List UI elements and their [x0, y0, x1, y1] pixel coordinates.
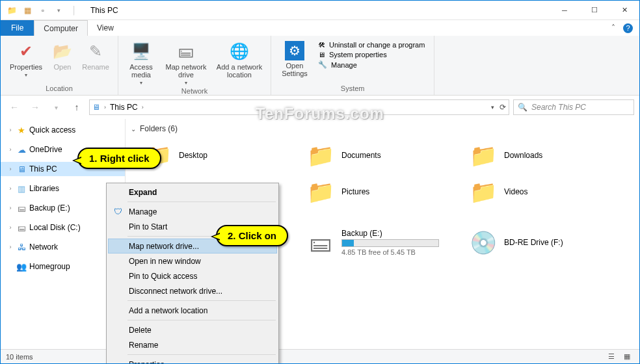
open-settings-button[interactable]: ⚙ Open Settings: [276, 38, 313, 77]
settings-icon: ⚙: [285, 41, 304, 60]
explorer-icon: 📁: [5, 3, 19, 18]
drive-icon: 🖴: [306, 228, 335, 257]
rename-icon: ✎: [85, 41, 106, 62]
this-pc-icon: 🖥: [92, 103, 100, 112]
status-item-count: 10 items: [6, 353, 33, 361]
collapse-ribbon-icon[interactable]: ˄: [611, 23, 615, 32]
folder-icon: 📁: [306, 141, 335, 170]
star-icon: ★: [16, 125, 27, 135]
close-button[interactable]: ✕: [609, 1, 639, 20]
search-placeholder: Search This PC: [531, 103, 586, 112]
onedrive-icon: ☁: [16, 144, 27, 155]
system-properties-icon: 🖥: [318, 51, 325, 58]
view-tab[interactable]: View: [88, 20, 123, 36]
ribbon: ✔ Properties ▾ 📂 Open ✎ Rename Location …: [1, 36, 639, 96]
callout-right-click: 1. Right click: [77, 148, 161, 169]
open-icon: 📂: [52, 41, 73, 62]
folder-icon: 📁: [469, 141, 498, 170]
separator: [127, 354, 276, 355]
folder-icon: 📁: [306, 177, 335, 206]
ctx-delete[interactable]: Delete: [108, 322, 277, 337]
properties-icon: ✔: [16, 41, 36, 62]
uninstall-program-button[interactable]: 🛠Uninstall or change a program: [318, 41, 425, 49]
forward-button[interactable]: →: [27, 99, 44, 116]
uninstall-icon: 🛠: [318, 41, 325, 49]
disc-icon: 💿: [469, 228, 498, 257]
open-button: 📂 Open: [47, 38, 77, 71]
folder-icon: 📁: [469, 177, 498, 206]
folder-tile-documents[interactable]: 📁Documents: [306, 138, 462, 172]
address-row: ← → ▾ ↑ 🖥 › This PC › ▾ ⟳ 🔍 Search This …: [1, 96, 639, 119]
ctx-add-network-location[interactable]: Add a network location: [108, 303, 277, 318]
ctx-disconnect-drive[interactable]: Disconnect network drive...: [108, 283, 277, 298]
drive-tile-bdre[interactable]: 💿 BD-RE Drive (F:): [469, 226, 625, 259]
chevron-right-icon[interactable]: ›: [142, 104, 144, 110]
address-bar[interactable]: 🖥 › This PC › ▾ ⟳: [89, 99, 509, 115]
ribbon-group-system: ⚙ Open Settings 🛠Uninstall or change a p…: [271, 36, 434, 95]
context-menu: Expand 🛡Manage Pin to Start Map network …: [106, 183, 279, 364]
refresh-button[interactable]: ⟳: [500, 103, 506, 112]
ctx-manage[interactable]: 🛡Manage: [108, 204, 277, 219]
ctx-rename[interactable]: Rename: [108, 337, 277, 352]
help-icon[interactable]: ?: [623, 23, 633, 33]
search-icon: 🔍: [518, 103, 527, 112]
folder-tile-pictures[interactable]: 📁Pictures: [306, 175, 462, 209]
access-media-icon: 🖥️: [131, 41, 152, 62]
map-drive-icon: 🖴: [176, 41, 196, 62]
qat-dropdown-icon[interactable]: ▾: [51, 3, 66, 18]
monitor-icon: 🖥: [16, 164, 27, 174]
address-dropdown-icon[interactable]: ▾: [491, 104, 494, 110]
network-icon: 🖧: [16, 242, 27, 252]
search-box[interactable]: 🔍 Search This PC: [513, 99, 634, 115]
shield-icon: 🛡: [112, 207, 124, 216]
capacity-bar: [341, 239, 439, 247]
ctx-open-new-window[interactable]: Open in new window: [108, 254, 277, 268]
nav-quick-access[interactable]: ›★Quick access: [1, 123, 125, 137]
qat-new-folder-icon[interactable]: ▫: [36, 3, 50, 18]
minimize-button[interactable]: ─: [550, 1, 580, 20]
properties-button[interactable]: ✔ Properties ▾: [6, 38, 46, 78]
manage-button[interactable]: 🔧Manage: [318, 60, 425, 69]
folder-tile-videos[interactable]: 📁Videos: [469, 175, 625, 209]
ctx-expand[interactable]: Expand: [108, 185, 277, 200]
homegroup-icon: 👥: [16, 261, 27, 272]
ribbon-tabs: File Computer View ˄ ?: [1, 20, 639, 36]
back-button[interactable]: ←: [6, 99, 23, 116]
breadcrumb-this-pc[interactable]: This PC: [110, 103, 138, 112]
add-network-location-button[interactable]: 🌐 Add a network location: [213, 38, 265, 79]
rename-button: ✎ Rename: [79, 38, 113, 71]
drive-icon: 🖴: [16, 203, 27, 213]
separator: [127, 320, 276, 320]
title-bar: 📁 ▦ ▫ ▾ │ This PC ─ ☐ ✕: [1, 1, 639, 20]
ribbon-group-network: 🖥️ Access media ▾ 🖴 Map network drive ▾ …: [118, 36, 271, 95]
manage-icon: 🔧: [318, 60, 327, 69]
up-button[interactable]: ↑: [68, 99, 85, 116]
file-tab[interactable]: File: [1, 20, 34, 36]
access-media-button[interactable]: 🖥️ Access media ▾: [124, 38, 159, 86]
recent-locations-button[interactable]: ▾: [47, 99, 64, 116]
add-location-icon: 🌐: [229, 41, 250, 62]
folder-tile-downloads[interactable]: 📁Downloads: [469, 138, 625, 172]
separator: [127, 300, 276, 301]
map-network-drive-button[interactable]: 🖴 Map network drive ▾: [160, 38, 212, 86]
separator: [127, 202, 276, 202]
system-properties-button[interactable]: 🖥System properties: [318, 51, 425, 58]
ctx-pin-quick-access[interactable]: Pin to Quick access: [108, 268, 277, 283]
chevron-right-icon[interactable]: ›: [104, 104, 106, 110]
computer-tab[interactable]: Computer: [34, 20, 88, 36]
drive-icon: 🖴: [16, 222, 27, 233]
libraries-icon: ▥: [16, 183, 27, 194]
dropdown-icon: ▾: [25, 72, 27, 78]
drive-tile-backup[interactable]: 🖴 Backup (E:) 4.85 TB free of 5.45 TB: [306, 226, 462, 259]
folders-section-header[interactable]: ⌄ Folders (6): [131, 124, 634, 133]
status-bar: 10 items ☰ ▦: [1, 349, 639, 363]
tiles-view-button[interactable]: ▦: [620, 351, 634, 363]
ribbon-group-location: ✔ Properties ▾ 📂 Open ✎ Rename Location: [1, 36, 118, 95]
qat-properties-icon[interactable]: ▦: [20, 3, 34, 18]
folder-tile-desktop[interactable]: 📁Desktop: [144, 138, 300, 172]
maximize-button[interactable]: ☐: [580, 1, 609, 20]
chevron-down-icon: ⌄: [131, 125, 136, 133]
ctx-properties[interactable]: Properties: [108, 357, 277, 364]
details-view-button[interactable]: ☰: [604, 351, 619, 363]
qat-separator: │: [67, 3, 81, 18]
